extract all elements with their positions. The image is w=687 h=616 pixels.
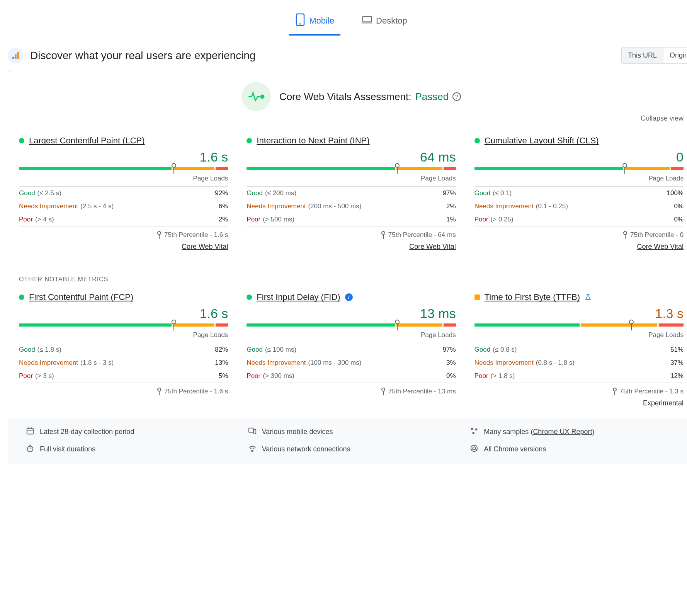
flask-icon[interactable] <box>585 294 592 301</box>
metric-cls: Cumulative Layout Shift (CLS) 0 Page Loa… <box>474 136 684 251</box>
fid-name-link[interactable]: First Input Delay (FID) <box>257 292 340 302</box>
calendar-icon <box>26 427 34 437</box>
lcp-name-link[interactable]: Largest Contentful Paint (LCP) <box>29 136 145 146</box>
percentile-pin-icon <box>622 163 627 174</box>
footer-networks: Various network connections <box>248 444 455 454</box>
fid-percentile-label: 75th Percentile - 13 ms <box>247 383 456 395</box>
fcp-distribution-bar <box>19 323 228 327</box>
svg-rect-14 <box>253 429 256 434</box>
svg-point-17 <box>473 432 475 434</box>
page-title: Discover what your real users are experi… <box>30 49 256 62</box>
lcp-distribution-bar <box>19 167 228 170</box>
percentile-pin-icon <box>629 320 634 330</box>
metric-lcp: Largest Contentful Paint (LCP) 1.6 s Pag… <box>19 136 228 251</box>
cls-distribution-bar <box>474 167 684 170</box>
page-loads-label: Page Loads <box>247 175 456 182</box>
status-dot <box>474 138 480 143</box>
lcp-value: 1.6 s <box>19 150 228 165</box>
percentile-pin-icon <box>172 163 176 174</box>
fcp-percentile-label: 75th Percentile - 1.6 s <box>19 383 228 395</box>
inp-name-link[interactable]: Interaction to Next Paint (INP) <box>257 136 369 146</box>
status-dot <box>19 294 24 300</box>
fid-value: 13 ms <box>247 306 456 321</box>
seg-origin[interactable]: Origin <box>663 48 687 63</box>
svg-point-21 <box>252 450 253 452</box>
pulse-icon <box>241 82 271 111</box>
pin-icon <box>157 231 161 239</box>
pin-icon <box>157 388 161 395</box>
ttfb-value: 1.3 s <box>474 306 684 321</box>
brand-icon <box>8 48 23 63</box>
inp-percentile-label: 75th Percentile - 64 ms <box>247 226 456 239</box>
footer-period: Latest 28-day collection period <box>26 427 233 437</box>
metric-inp: Interaction to Next Paint (INP) 64 ms Pa… <box>247 136 456 251</box>
status-dot <box>19 138 24 143</box>
page-loads-label: Page Loads <box>474 331 684 339</box>
assessment-label: Core Web Vitals Assessment: <box>279 91 412 103</box>
stopwatch-icon <box>26 444 34 454</box>
pin-icon <box>381 231 385 239</box>
assessment-status: Passed <box>415 91 449 103</box>
svg-line-26 <box>475 449 477 450</box>
page-loads-label: Page Loads <box>474 175 684 182</box>
percentile-pin-icon <box>172 320 176 330</box>
inp-distribution-bar <box>247 167 456 170</box>
mobile-icon <box>295 13 305 29</box>
cls-name-link[interactable]: Cumulative Layout Shift (CLS) <box>485 136 599 146</box>
svg-point-15 <box>471 428 473 430</box>
inp-value: 64 ms <box>247 150 456 165</box>
fcp-name-link[interactable]: First Contentful Paint (FCP) <box>29 292 133 302</box>
footer-durations: Full visit durations <box>26 444 233 454</box>
metric-fid: First Input Delay (FID) i 13 ms Page Loa… <box>247 292 456 407</box>
seg-this-url[interactable]: This URL <box>622 48 663 63</box>
ttfb-name-link[interactable]: Time to First Byte (TTFB) <box>485 292 580 302</box>
pin-icon <box>613 388 617 395</box>
divider <box>19 265 684 265</box>
metric-fcp: First Contentful Paint (FCP) 1.6 s Page … <box>19 292 228 407</box>
percentile-pin-icon <box>395 163 400 174</box>
help-icon[interactable]: ? <box>452 92 461 101</box>
status-dot <box>247 138 252 143</box>
cls-cwv-link[interactable]: Core Web Vital <box>474 243 684 251</box>
ttfb-experimental-label: Experimental <box>474 399 684 407</box>
other-metrics-heading: OTHER NOTABLE METRICS <box>19 276 684 283</box>
page-loads-label: Page Loads <box>19 175 228 182</box>
info-icon[interactable]: i <box>345 293 353 301</box>
lcp-cwv-link[interactable]: Core Web Vital <box>19 243 228 251</box>
devices-icon <box>248 427 257 437</box>
lcp-percentile-label: 75th Percentile - 1.6 s <box>19 226 228 239</box>
cls-percentile-label: 75th Percentile - 0 <box>474 226 684 239</box>
svg-point-7 <box>261 95 264 98</box>
page-loads-label: Page Loads <box>19 331 228 339</box>
ttfb-percentile-label: 75th Percentile - 1.3 s <box>474 383 684 395</box>
footer-versions: All Chrome versions <box>470 444 677 454</box>
cls-value: 0 <box>474 150 684 165</box>
footer-devices: Various mobile devices <box>248 427 455 437</box>
core-metrics-grid: Largest Contentful Paint (LCP) 1.6 s Pag… <box>19 136 684 251</box>
ttfb-distribution-bar <box>474 323 684 327</box>
page-loads-label: Page Loads <box>247 331 456 339</box>
chrome-icon <box>470 444 478 454</box>
tab-mobile[interactable]: Mobile <box>289 8 340 36</box>
svg-rect-5 <box>15 54 17 59</box>
inp-cwv-link[interactable]: Core Web Vital <box>247 243 456 251</box>
svg-rect-13 <box>248 428 253 432</box>
tab-desktop-label: Desktop <box>376 16 407 26</box>
svg-line-25 <box>471 449 473 450</box>
svg-rect-9 <box>27 429 34 434</box>
tab-desktop[interactable]: Desktop <box>356 8 413 36</box>
core-web-vitals-panel: Core Web Vitals Assessment: Passed ? Col… <box>8 70 687 463</box>
collapse-view-button[interactable]: Collapse view <box>19 114 684 123</box>
wifi-icon <box>248 444 257 454</box>
chrome-ux-report-link[interactable]: Chrome UX Report <box>533 428 592 436</box>
fcp-value: 1.6 s <box>19 306 228 321</box>
tab-mobile-label: Mobile <box>309 16 334 26</box>
desktop-icon <box>362 13 372 29</box>
footer-samples: Many samples (Chrome UX Report) <box>470 427 677 437</box>
pin-icon <box>381 388 385 395</box>
pin-icon <box>623 231 627 239</box>
url-origin-segmented: This URL Origin <box>621 47 687 64</box>
percentile-pin-icon <box>395 320 400 330</box>
metric-ttfb: Time to First Byte (TTFB) 1.3 s Page Loa… <box>474 292 684 407</box>
status-dot <box>474 294 480 300</box>
